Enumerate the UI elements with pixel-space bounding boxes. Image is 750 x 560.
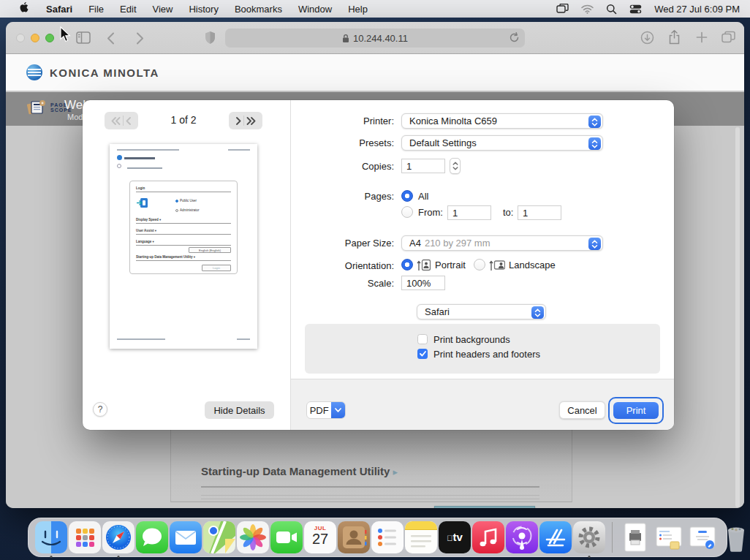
new-tab-icon[interactable] — [696, 31, 708, 46]
pages-range-radio[interactable] — [401, 206, 413, 218]
window-zoom-button[interactable] — [45, 34, 54, 42]
tab-overview-icon[interactable] — [721, 31, 735, 46]
dock-music-icon[interactable] — [472, 521, 504, 553]
pages-all-radio[interactable] — [401, 190, 413, 202]
print-backgrounds-label: Print backgrounds — [433, 334, 510, 345]
menu-item-help[interactable]: Help — [340, 4, 376, 15]
pdf-menu-button[interactable]: PDF — [306, 401, 346, 419]
copies-label: Copies: — [306, 159, 394, 174]
paper-size-label: Paper Size: — [306, 235, 394, 251]
back-button-icon[interactable] — [107, 32, 115, 48]
dock-messages-icon[interactable] — [136, 521, 168, 553]
dock-safari-icon[interactable] — [102, 521, 135, 553]
dock-reminders-icon[interactable] — [371, 521, 404, 553]
dock: JUL 27 tv — [28, 518, 727, 557]
menu-item-file[interactable]: File — [80, 4, 112, 15]
window-close-button[interactable] — [16, 34, 25, 42]
dock-mail-icon[interactable] — [170, 521, 202, 553]
print-backgrounds-checkbox[interactable] — [417, 334, 428, 344]
preview-login-icon — [136, 197, 148, 208]
brand-name: KONICA MINOLTA — [50, 67, 159, 79]
preview-page-indicator: 1 of 2 — [154, 114, 213, 126]
presets-select[interactable]: Default Settings — [401, 135, 603, 151]
dock-contacts-icon[interactable] — [338, 521, 370, 553]
dock-calendar-icon[interactable]: JUL 27 — [304, 521, 336, 553]
orientation-portrait-label: Portrait — [435, 260, 466, 270]
print-headers-checkbox[interactable] — [417, 349, 428, 359]
wifi-icon[interactable] — [581, 4, 594, 14]
dock-facetime-icon[interactable] — [270, 521, 303, 553]
copies-input[interactable] — [401, 159, 445, 173]
scale-label: Scale: — [306, 276, 394, 291]
print-preview-page: Login Public User Administrator Display … — [110, 144, 257, 349]
print-headers-label: Print headers and footers — [433, 349, 540, 360]
preview-model-text — [127, 167, 162, 169]
page-login-button[interactable]: Login — [434, 506, 535, 508]
menu-item-history[interactable]: History — [181, 4, 226, 15]
landscape-icon — [489, 259, 505, 271]
scale-input[interactable] — [401, 276, 445, 290]
popup-chevrons-icon — [588, 238, 601, 250]
preview-next-last-buttons[interactable] — [229, 112, 262, 129]
dock-launchpad-icon[interactable] — [69, 521, 101, 553]
hide-details-button[interactable]: Hide Details — [205, 401, 274, 419]
portrait-icon — [417, 259, 431, 271]
cancel-button[interactable]: Cancel — [559, 401, 605, 419]
preview-first-prev-buttons[interactable] — [105, 112, 138, 129]
dock-photos-icon[interactable] — [237, 521, 269, 553]
pages-from-input[interactable] — [447, 205, 491, 220]
menu-item-safari[interactable]: Safari — [38, 4, 80, 15]
pages-to-input[interactable] — [518, 205, 561, 220]
page-scrollbar[interactable] — [735, 127, 740, 507]
paper-size-select[interactable]: A4210 by 297 mm — [401, 235, 603, 251]
popup-chevrons-icon — [588, 137, 601, 150]
print-button[interactable]: Print — [613, 402, 659, 419]
dock-window-thumbnail-icon[interactable] — [686, 521, 719, 553]
window-minimize-button[interactable] — [31, 34, 39, 42]
popup-chevrons-icon — [531, 306, 544, 319]
dock-maps-icon[interactable] — [203, 521, 235, 553]
pdf-chevron-icon — [331, 401, 345, 419]
printer-select[interactable]: Konica Minolta C659 — [401, 113, 603, 129]
dock-trash-icon[interactable] — [720, 521, 750, 553]
dock-system-settings-icon[interactable] — [573, 521, 605, 553]
printer-label: Printer: — [306, 113, 394, 129]
preview-language-select: English (English) — [189, 247, 231, 253]
running-indicator — [588, 556, 591, 558]
copies-stepper[interactable] — [450, 158, 461, 174]
preview-user-assist: User Assist ▾ — [136, 229, 231, 235]
dock-notes-icon[interactable] — [405, 521, 437, 553]
preview-header-date — [228, 149, 250, 151]
divider — [201, 495, 539, 496]
forward-button-icon[interactable] — [136, 32, 144, 48]
menu-bar-clock[interactable]: Wed 27 Jul 6:09 PM — [654, 4, 740, 15]
dock-podcasts-icon[interactable] — [506, 521, 538, 553]
orientation-portrait-radio[interactable] — [401, 259, 413, 270]
stage-manager-icon[interactable] — [556, 4, 569, 14]
address-bar[interactable]: 10.244.40.11 — [225, 29, 525, 48]
dock-document-icon[interactable] — [619, 521, 651, 553]
dock-window-thumbnail-icon[interactable] — [653, 521, 685, 553]
menu-item-window[interactable]: Window — [290, 4, 340, 15]
privacy-shield-icon[interactable] — [205, 31, 216, 48]
sidebar-toggle-icon[interactable] — [76, 31, 91, 47]
menu-item-bookmarks[interactable]: Bookmarks — [227, 4, 290, 15]
downloads-icon[interactable] — [640, 31, 654, 48]
app-options-select[interactable]: Safari — [417, 304, 546, 319]
dock-tv-icon[interactable]: tv — [439, 521, 471, 553]
help-button[interactable]: ? — [93, 402, 107, 417]
preview-header-text — [117, 149, 179, 151]
dock-app-store-icon[interactable] — [539, 521, 572, 553]
apple-menu-icon[interactable] — [12, 2, 38, 16]
menu-item-edit[interactable]: Edit — [112, 4, 144, 15]
orientation-landscape-radio[interactable] — [474, 259, 485, 270]
control-center-icon[interactable] — [629, 4, 642, 14]
dock-finder-icon[interactable] — [35, 521, 67, 553]
mouse-cursor — [60, 26, 71, 45]
share-icon[interactable] — [668, 30, 681, 48]
menu-item-view[interactable]: View — [145, 4, 181, 15]
reload-icon[interactable] — [509, 32, 520, 45]
preview-login-box: Login Public User Administrator Display … — [129, 181, 238, 274]
spotlight-search-icon[interactable] — [606, 4, 617, 15]
brand-band: KONICA MINOLTA — [6, 54, 744, 91]
